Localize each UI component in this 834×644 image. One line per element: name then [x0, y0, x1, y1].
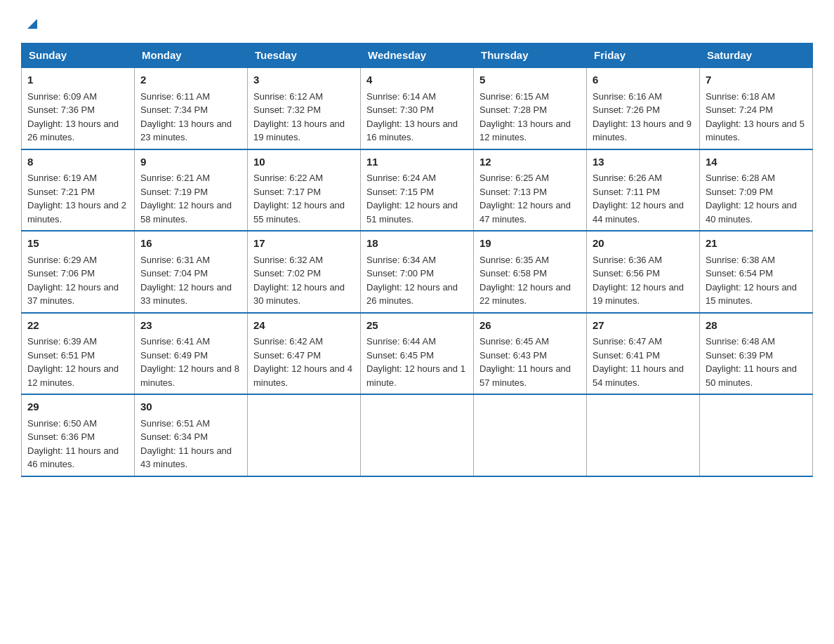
sunset-text: Sunset: 7:04 PM — [140, 268, 208, 279]
daylight-text: Daylight: 11 hours and 50 minutes. — [706, 363, 797, 388]
daylight-text: Daylight: 13 hours and 9 minutes. — [593, 119, 691, 143]
sunrise-text: Sunrise: 6:21 AM — [140, 173, 210, 183]
day-number: 29 — [27, 399, 128, 415]
cell-content: 6Sunrise: 6:16 AMSunset: 7:26 PMDaylight… — [593, 72, 694, 145]
daylight-text: Daylight: 12 hours and 22 minutes. — [479, 282, 571, 307]
calendar-cell: 4Sunrise: 6:14 AMSunset: 7:30 PMDaylight… — [361, 67, 474, 149]
sunrise-text: Sunrise: 6:25 AM — [479, 173, 549, 183]
sunrise-text: Sunrise: 6:41 AM — [140, 336, 210, 347]
cell-content: 13Sunrise: 6:26 AMSunset: 7:11 PMDayligh… — [593, 154, 694, 227]
calendar-cell — [700, 394, 813, 476]
cell-content: 17Sunrise: 6:32 AMSunset: 7:02 PMDayligh… — [253, 236, 355, 308]
sunset-text: Sunset: 6:43 PM — [479, 350, 547, 361]
calendar-cell: 27Sunrise: 6:47 AMSunset: 6:41 PMDayligh… — [587, 313, 700, 395]
cell-content: 25Sunrise: 6:44 AMSunset: 6:45 PMDayligh… — [366, 318, 468, 390]
day-number: 23 — [140, 318, 241, 334]
calendar-cell: 16Sunrise: 6:31 AMSunset: 7:04 PMDayligh… — [135, 231, 248, 313]
daylight-text: Daylight: 11 hours and 46 minutes. — [27, 445, 119, 470]
cell-content: 4Sunrise: 6:14 AMSunset: 7:30 PMDaylight… — [366, 72, 468, 145]
daylight-text: Daylight: 12 hours and 51 minutes. — [366, 200, 458, 224]
sunrise-text: Sunrise: 6:39 AM — [27, 336, 97, 347]
sunset-text: Sunset: 7:36 PM — [27, 105, 95, 115]
daylight-text: Daylight: 13 hours and 23 minutes. — [140, 119, 232, 143]
calendar-cell: 5Sunrise: 6:15 AMSunset: 7:28 PMDaylight… — [474, 67, 587, 149]
calendar-week-2: 8Sunrise: 6:19 AMSunset: 7:21 PMDaylight… — [22, 149, 813, 232]
sunset-text: Sunset: 7:34 PM — [140, 105, 208, 115]
sunrise-text: Sunrise: 6:22 AM — [253, 173, 323, 183]
cell-content: 28Sunrise: 6:48 AMSunset: 6:39 PMDayligh… — [706, 318, 807, 390]
sunrise-text: Sunrise: 6:16 AM — [593, 91, 662, 102]
day-number: 27 — [593, 318, 694, 334]
svg-marker-0 — [27, 19, 37, 29]
sunrise-text: Sunrise: 6:19 AM — [27, 173, 97, 183]
cell-content: 22Sunrise: 6:39 AMSunset: 6:51 PMDayligh… — [27, 318, 128, 390]
daylight-text: Daylight: 12 hours and 4 minutes. — [253, 363, 352, 388]
daylight-text: Daylight: 12 hours and 55 minutes. — [253, 200, 345, 224]
calendar-table: SundayMondayTuesdayWednesdayThursdayFrid… — [21, 43, 813, 477]
cell-content: 9Sunrise: 6:21 AMSunset: 7:19 PMDaylight… — [140, 154, 241, 227]
cell-content: 10Sunrise: 6:22 AMSunset: 7:17 PMDayligh… — [253, 154, 355, 227]
sunset-text: Sunset: 7:28 PM — [479, 105, 547, 115]
cell-content: 7Sunrise: 6:18 AMSunset: 7:24 PMDaylight… — [706, 72, 807, 145]
daylight-text: Daylight: 12 hours and 12 minutes. — [27, 363, 119, 388]
calendar-cell — [474, 394, 587, 476]
sunset-text: Sunset: 7:02 PM — [253, 268, 321, 279]
calendar-week-5: 29Sunrise: 6:50 AMSunset: 6:36 PMDayligh… — [22, 394, 813, 476]
calendar-cell: 28Sunrise: 6:48 AMSunset: 6:39 PMDayligh… — [700, 313, 813, 395]
sunrise-text: Sunrise: 6:35 AM — [479, 255, 549, 265]
calendar-week-3: 15Sunrise: 6:29 AMSunset: 7:06 PMDayligh… — [22, 231, 813, 313]
day-number: 24 — [253, 318, 355, 334]
sunset-text: Sunset: 6:45 PM — [366, 350, 434, 361]
sunrise-text: Sunrise: 6:31 AM — [140, 255, 210, 265]
sunrise-text: Sunrise: 6:24 AM — [366, 173, 436, 183]
sunset-text: Sunset: 7:24 PM — [706, 105, 773, 115]
daylight-text: Daylight: 13 hours and 26 minutes. — [27, 119, 119, 143]
cell-content: 29Sunrise: 6:50 AMSunset: 6:36 PMDayligh… — [27, 399, 128, 471]
cell-content: 1Sunrise: 6:09 AMSunset: 7:36 PMDaylight… — [27, 72, 128, 145]
sunset-text: Sunset: 7:09 PM — [706, 187, 773, 197]
logo — [21, 14, 40, 36]
calendar-cell: 26Sunrise: 6:45 AMSunset: 6:43 PMDayligh… — [474, 313, 587, 395]
daylight-text: Daylight: 13 hours and 2 minutes. — [27, 200, 126, 224]
daylight-text: Daylight: 12 hours and 30 minutes. — [253, 282, 345, 307]
sunrise-text: Sunrise: 6:11 AM — [140, 91, 210, 102]
day-number: 3 — [253, 72, 355, 88]
sunrise-text: Sunrise: 6:50 AM — [27, 418, 97, 429]
calendar-cell: 25Sunrise: 6:44 AMSunset: 6:45 PMDayligh… — [361, 313, 474, 395]
cell-content: 21Sunrise: 6:38 AMSunset: 6:54 PMDayligh… — [706, 236, 807, 308]
daylight-text: Daylight: 12 hours and 40 minutes. — [706, 200, 797, 224]
sunset-text: Sunset: 6:41 PM — [593, 350, 660, 361]
calendar-cell: 24Sunrise: 6:42 AMSunset: 6:47 PMDayligh… — [248, 313, 361, 395]
calendar-cell: 8Sunrise: 6:19 AMSunset: 7:21 PMDaylight… — [22, 149, 135, 232]
sunset-text: Sunset: 6:51 PM — [27, 350, 95, 361]
calendar-cell: 7Sunrise: 6:18 AMSunset: 7:24 PMDaylight… — [700, 67, 813, 149]
calendar-cell: 14Sunrise: 6:28 AMSunset: 7:09 PMDayligh… — [700, 149, 813, 232]
calendar-cell: 22Sunrise: 6:39 AMSunset: 6:51 PMDayligh… — [22, 313, 135, 395]
cell-content: 27Sunrise: 6:47 AMSunset: 6:41 PMDayligh… — [593, 318, 694, 390]
daylight-text: Daylight: 12 hours and 8 minutes. — [140, 363, 239, 388]
sunset-text: Sunset: 7:15 PM — [366, 187, 434, 197]
sunset-text: Sunset: 7:00 PM — [366, 268, 434, 279]
sunrise-text: Sunrise: 6:18 AM — [706, 91, 775, 102]
sunrise-text: Sunrise: 6:28 AM — [706, 173, 775, 183]
page-header — [21, 14, 813, 36]
calendar-cell: 9Sunrise: 6:21 AMSunset: 7:19 PMDaylight… — [135, 149, 248, 232]
calendar-cell: 3Sunrise: 6:12 AMSunset: 7:32 PMDaylight… — [248, 67, 361, 149]
sunset-text: Sunset: 6:58 PM — [479, 268, 547, 279]
sunset-text: Sunset: 6:36 PM — [27, 431, 95, 442]
daylight-text: Daylight: 13 hours and 16 minutes. — [366, 119, 458, 143]
sunset-text: Sunset: 7:11 PM — [593, 187, 660, 197]
calendar-week-4: 22Sunrise: 6:39 AMSunset: 6:51 PMDayligh… — [22, 313, 813, 395]
cell-content: 2Sunrise: 6:11 AMSunset: 7:34 PMDaylight… — [140, 72, 241, 145]
calendar-cell — [248, 394, 361, 476]
sunset-text: Sunset: 7:13 PM — [479, 187, 547, 197]
sunset-text: Sunset: 7:17 PM — [253, 187, 321, 197]
day-number: 21 — [706, 236, 807, 252]
day-number: 15 — [27, 236, 128, 252]
sunset-text: Sunset: 7:06 PM — [27, 268, 95, 279]
day-number: 11 — [366, 154, 468, 170]
day-number: 5 — [479, 72, 581, 88]
calendar-cell: 2Sunrise: 6:11 AMSunset: 7:34 PMDaylight… — [135, 67, 248, 149]
cell-content: 19Sunrise: 6:35 AMSunset: 6:58 PMDayligh… — [479, 236, 581, 308]
calendar-cell: 15Sunrise: 6:29 AMSunset: 7:06 PMDayligh… — [22, 231, 135, 313]
